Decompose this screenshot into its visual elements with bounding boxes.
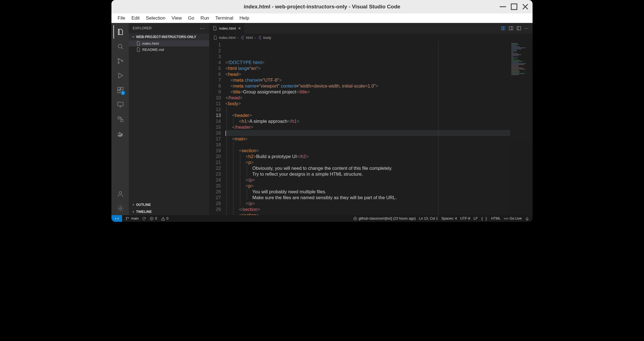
code-line-10[interactable]: │ <header> <box>225 112 510 118</box>
git-blame[interactable]: github-classroom[bot] (23 hours ago) <box>353 217 416 221</box>
docker-icon[interactable] <box>113 127 127 140</box>
accounts-icon[interactable] <box>113 187 127 201</box>
code-line-20[interactable]: │ │ │ │ Try to reflect your designs in a… <box>225 171 510 177</box>
timeline-label: TIMELINE <box>136 210 152 214</box>
code-line-22[interactable]: │ │ │ <p> <box>225 183 510 189</box>
database-icon[interactable] <box>113 112 127 126</box>
code-line-13[interactable] <box>225 130 510 136</box>
compare-icon[interactable] <box>501 26 506 31</box>
breadcrumb-part[interactable]: index.html <box>219 36 235 40</box>
file-name: index.html <box>142 41 159 46</box>
sidebar-title: EXPLORER <box>133 26 152 30</box>
menu-run[interactable]: Run <box>198 14 212 22</box>
code-line-7[interactable]: </head> <box>225 95 510 101</box>
problems[interactable]: 0 0 <box>150 217 168 221</box>
go-live[interactable]: Go Live <box>504 217 522 221</box>
menu-selection[interactable]: Selection <box>143 14 168 22</box>
code-line-5[interactable]: <meta name="viewport" content="width=dev… <box>225 83 510 89</box>
sidebar-more-icon[interactable]: ⋯ <box>200 25 205 31</box>
svg-rect-9 <box>118 117 120 119</box>
svg-rect-0 <box>511 4 517 10</box>
code-line-12[interactable]: │ </header> <box>225 124 510 130</box>
file-icon <box>213 36 217 40</box>
svg-point-20 <box>353 217 356 220</box>
minimap[interactable] <box>510 41 533 215</box>
split-right-icon[interactable] <box>508 26 514 31</box>
breadcrumb-part[interactable]: body <box>263 36 271 40</box>
svg-rect-6 <box>121 87 123 90</box>
extensions-icon[interactable]: 1 <box>113 83 127 97</box>
code-line-11[interactable]: │ │ <h1>A simple approach</h1> <box>225 118 510 124</box>
language-mode[interactable]: { } HTML <box>481 217 501 221</box>
code-content[interactable]: <!DOCTYPE html><html lang="en"><head> <m… <box>225 41 510 215</box>
code-line-21[interactable]: │ │ │ </p> <box>225 177 510 183</box>
close-button[interactable] <box>520 3 530 11</box>
svg-point-1 <box>118 44 122 48</box>
breadcrumbs[interactable]: index.html › html › body <box>209 34 533 41</box>
menu-terminal[interactable]: Terminal <box>213 14 236 22</box>
cursor-position[interactable]: Ln 13, Col 1 <box>419 217 438 220</box>
eol[interactable]: LF <box>473 217 478 220</box>
menu-file[interactable]: File <box>115 14 128 22</box>
go-live-label: Go Live <box>510 217 522 220</box>
breadcrumb-part[interactable]: html <box>246 36 253 40</box>
branch-name: main <box>131 217 139 220</box>
editor-area: index.html ✕ ⋯ index.html › html › bod <box>209 23 533 215</box>
tab-index-html[interactable]: index.html ✕ <box>209 23 245 34</box>
tab-close-icon[interactable]: ✕ <box>238 26 241 30</box>
window-title: index.html - web-project-instructors-onl… <box>244 4 400 10</box>
explorer-icon[interactable] <box>113 25 127 39</box>
svg-point-2 <box>118 58 119 60</box>
git-branch[interactable]: main <box>125 217 139 221</box>
layout-icon[interactable] <box>516 26 521 31</box>
encoding[interactable]: UTF-8 <box>460 217 470 220</box>
chevron-right-icon <box>132 203 135 206</box>
code-line-18[interactable]: │ │ │ <p> <box>225 159 510 165</box>
file-index-html[interactable]: index.html <box>129 40 209 46</box>
code-line-1[interactable]: <!DOCTYPE html> <box>225 60 510 65</box>
code-line-2[interactable]: <html lang="en"> <box>225 65 510 71</box>
code-line-4[interactable]: <meta charset="UTF-8"> <box>225 77 510 83</box>
sync-button[interactable] <box>142 217 146 221</box>
settings-icon[interactable] <box>113 202 127 215</box>
outline-section[interactable]: OUTLINE <box>129 201 209 208</box>
code-editor[interactable]: 1234567891011121314151617181920212223242… <box>209 41 533 215</box>
editor-more-icon[interactable]: ⋯ <box>524 26 529 31</box>
folder-header[interactable]: WEB-PROJECT-INSTRUCTORS-ONLY <box>129 34 209 40</box>
code-line-25[interactable]: │ │ │ </p> <box>225 201 510 206</box>
remote-explorer-icon[interactable] <box>113 98 127 111</box>
code-line-14[interactable]: │ <main> <box>225 136 510 142</box>
code-line-16[interactable]: │ │ <section> <box>225 148 510 154</box>
timeline-section[interactable]: TIMELINE <box>129 208 209 215</box>
folder-name: WEB-PROJECT-INSTRUCTORS-ONLY <box>136 35 196 39</box>
file-icon <box>136 41 141 46</box>
line-gutter: 1234567891011121314151617181920212223242… <box>209 41 225 215</box>
notifications-icon[interactable] <box>525 217 529 221</box>
menu-help[interactable]: Help <box>237 14 252 22</box>
code-line-24[interactable]: │ │ │ │ Make sure the files are named se… <box>225 195 510 201</box>
maximize-button[interactable] <box>509 3 519 11</box>
status-bar: main 0 0 github-classroom[bot] (23 hours… <box>111 215 533 222</box>
minimize-button[interactable] <box>498 3 508 11</box>
code-line-8[interactable]: <body> <box>225 101 510 107</box>
search-icon[interactable] <box>113 40 127 53</box>
svg-point-12 <box>120 208 122 210</box>
code-line-27[interactable]: │ │ <section> <box>225 212 510 215</box>
code-line-26[interactable]: │ │ </section> <box>225 206 510 212</box>
menu-view[interactable]: View <box>169 14 185 22</box>
code-line-23[interactable]: │ │ │ │ You will probably need multiple … <box>225 189 510 195</box>
code-line-9[interactable]: │ <box>225 107 510 112</box>
code-line-15[interactable]: │ │ <box>225 142 510 148</box>
menu-edit[interactable]: Edit <box>129 14 142 22</box>
editor-ruler <box>438 41 438 215</box>
menu-go[interactable]: Go <box>185 14 197 22</box>
indentation[interactable]: Spaces: 4 <box>441 217 457 220</box>
code-line-19[interactable]: │ │ │ │ Obviously, you will need to chan… <box>225 165 510 171</box>
remote-button[interactable] <box>111 215 122 222</box>
code-line-17[interactable]: │ │ │ <h2>Build a prototype UI</h2> <box>225 154 510 159</box>
code-line-3[interactable]: <head> <box>225 71 510 77</box>
file-README-md[interactable]: README.md <box>129 46 209 53</box>
source-control-icon[interactable] <box>113 54 127 68</box>
run-debug-icon[interactable] <box>113 69 127 82</box>
code-line-6[interactable]: <title>Group assignment project</title> <box>225 89 510 95</box>
